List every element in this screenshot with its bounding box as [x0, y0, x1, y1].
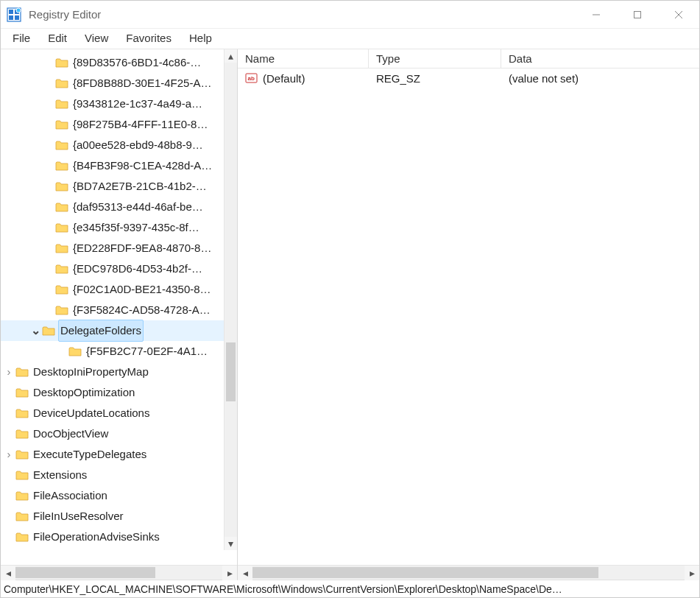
- folder-icon: [15, 469, 29, 481]
- folder-icon: [15, 490, 29, 502]
- column-header-data[interactable]: Data: [501, 49, 699, 68]
- tree-item[interactable]: {B4FB3F98-C1EA-428d-A…: [1, 155, 237, 176]
- tree-item[interactable]: ›DesktopIniPropertyMap: [1, 362, 237, 382]
- tree-item-label: {F3F5824C-AD58-4728-A…: [73, 303, 211, 316]
- tree-item-label: {F02C1A0D-BE21-4350-8…: [73, 283, 211, 295]
- maximize-button[interactable]: [617, 1, 658, 29]
- menu-file[interactable]: File: [5, 30, 38, 46]
- registry-editor-window: Registry Editor File Edit View Favorites…: [0, 0, 700, 598]
- values-horizontal-scrollbar[interactable]: ◂ ▸: [238, 565, 699, 580]
- tree-item[interactable]: {a00ee528-ebd9-48b8-9…: [1, 135, 237, 155]
- chevron-right-icon[interactable]: ›: [2, 362, 15, 382]
- tree-item[interactable]: {BD7A2E7B-21CB-41b2-…: [1, 176, 237, 197]
- list-item[interactable]: ab (Default) REG_SZ (value not set): [238, 68, 699, 88]
- scroll-right-icon[interactable]: ▸: [685, 566, 699, 580]
- tree-item-label: FileOperationAdviseSinks: [33, 530, 160, 543]
- tree-vertical-scrollbar[interactable]: ▴ ▾: [224, 49, 237, 550]
- tree-item[interactable]: FileOperationAdviseSinks: [1, 527, 237, 547]
- chevron-right-icon[interactable]: ›: [2, 444, 15, 465]
- tree-item[interactable]: {F3F5824C-AD58-4728-A…: [1, 300, 237, 320]
- folder-icon: [55, 180, 68, 192]
- tree-item-label: FileAssociation: [33, 489, 107, 502]
- column-header-type[interactable]: Type: [369, 49, 501, 68]
- minimize-button[interactable]: [576, 1, 617, 29]
- values-header: Name Type Data: [238, 49, 699, 68]
- tree-item[interactable]: DesktopOptimization: [1, 382, 237, 403]
- folder-icon: [55, 304, 68, 316]
- scroll-thumb[interactable]: [15, 567, 155, 578]
- tree-item[interactable]: {daf95313-e44d-46af-be…: [1, 197, 237, 217]
- scroll-down-icon[interactable]: ▾: [225, 537, 237, 550]
- menu-favorites[interactable]: Favorites: [119, 30, 179, 46]
- regedit-icon: [7, 7, 21, 22]
- tree-item-label: {BD7A2E7B-21CB-41b2-…: [73, 180, 207, 192]
- tree-item[interactable]: {e345f35f-9397-435c-8f…: [1, 217, 237, 238]
- tree-item[interactable]: DocObjectView: [1, 423, 237, 444]
- tree-item[interactable]: FileInUseResolver: [1, 506, 237, 527]
- close-button[interactable]: [658, 1, 699, 29]
- values-list[interactable]: ab (Default) REG_SZ (value not set): [238, 68, 699, 565]
- folder-icon: [15, 366, 29, 378]
- tree-item-label: DeviceUpdateLocations: [33, 407, 149, 419]
- tree-item[interactable]: {ED228FDF-9EA8-4870-8…: [1, 238, 237, 258]
- tree-item[interactable]: FileAssociation: [1, 485, 237, 506]
- tree-item-label: FileInUseResolver: [33, 510, 124, 522]
- tree-item[interactable]: ›ExecuteTypeDelegates: [1, 444, 237, 465]
- folder-icon: [55, 201, 68, 213]
- tree-item[interactable]: Extensions: [1, 465, 237, 485]
- folder-icon: [55, 242, 68, 254]
- scroll-up-icon[interactable]: ▴: [225, 49, 237, 63]
- tree-item[interactable]: DeviceUpdateLocations: [1, 403, 237, 423]
- tree-item-label: DelegateFolders: [60, 324, 141, 337]
- folder-icon: [55, 284, 68, 295]
- menu-view[interactable]: View: [77, 30, 116, 46]
- titlebar: Registry Editor: [1, 1, 699, 29]
- value-type: REG_SZ: [369, 72, 501, 85]
- tree-item[interactable]: {8FD8B88D-30E1-4F25-A…: [1, 73, 237, 94]
- string-value-icon: ab: [245, 72, 258, 84]
- folder-icon: [55, 139, 68, 151]
- folder-icon: [55, 160, 68, 172]
- svg-rect-1: [9, 10, 13, 14]
- tree-item[interactable]: {F02C1A0D-BE21-4350-8…: [1, 279, 237, 300]
- scroll-left-icon[interactable]: ◂: [238, 566, 252, 580]
- svg-rect-7: [634, 11, 641, 18]
- value-name: (Default): [263, 72, 305, 85]
- folder-icon: [55, 222, 68, 233]
- scroll-thumb[interactable]: [226, 342, 236, 401]
- statusbar: Computer\HKEY_LOCAL_MACHINE\SOFTWARE\Mic…: [1, 580, 699, 597]
- scroll-thumb[interactable]: [252, 567, 598, 578]
- folder-icon: [15, 387, 29, 398]
- menu-edit[interactable]: Edit: [40, 30, 74, 46]
- svg-text:ab: ab: [248, 75, 255, 82]
- tree-item-label: Extensions: [33, 468, 87, 481]
- tree-item-label: DesktopIniPropertyMap: [33, 365, 149, 378]
- values-pane: Name Type Data ab (Default): [238, 49, 699, 580]
- registry-tree[interactable]: {89D83576-6BD1-4c86-…{8FD8B88D-30E1-4F25…: [1, 49, 237, 550]
- svg-point-5: [16, 8, 21, 13]
- tree-item[interactable]: {9343812e-1c37-4a49-a…: [1, 94, 237, 114]
- folder-icon: [55, 77, 68, 89]
- value-data: (value not set): [501, 72, 699, 85]
- folder-icon: [15, 531, 29, 543]
- tree-item-label: {98F275B4-4FFF-11E0-8…: [73, 118, 208, 130]
- folder-icon: [55, 98, 68, 110]
- tree-item[interactable]: {F5FB2C77-0E2F-4A1…: [1, 341, 237, 362]
- column-header-name[interactable]: Name: [238, 49, 369, 68]
- folder-icon: [68, 345, 82, 357]
- client-area: {89D83576-6BD1-4c86-…{8FD8B88D-30E1-4F25…: [1, 49, 699, 580]
- tree-item-label: DocObjectView: [33, 427, 108, 440]
- tree-horizontal-scrollbar[interactable]: ◂ ▸: [1, 565, 237, 580]
- tree-item-label: {daf95313-e44d-46af-be…: [73, 200, 203, 213]
- tree-item[interactable]: {98F275B4-4FFF-11E0-8…: [1, 114, 237, 135]
- tree-item[interactable]: {EDC978D6-4D53-4b2f-…: [1, 258, 237, 279]
- svg-rect-3: [9, 15, 13, 20]
- scroll-left-icon[interactable]: ◂: [1, 566, 15, 580]
- chevron-down-icon[interactable]: ⌄: [29, 320, 42, 341]
- tree-item[interactable]: ⌄DelegateFolders: [1, 320, 237, 341]
- tree-item[interactable]: {89D83576-6BD1-4c86-…: [1, 52, 237, 73]
- scroll-right-icon[interactable]: ▸: [222, 566, 237, 580]
- menu-help[interactable]: Help: [182, 30, 219, 46]
- tree-item-label: {EDC978D6-4D53-4b2f-…: [73, 262, 202, 275]
- folder-icon: [55, 57, 68, 68]
